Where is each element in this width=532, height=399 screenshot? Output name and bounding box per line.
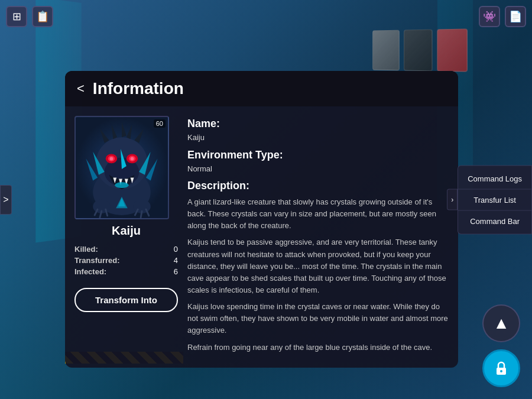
name-field: Name: Kaiju [187, 116, 449, 144]
command-logs-button[interactable]: Command Logs [458, 169, 531, 187]
bg-card-3 [437, 28, 467, 72]
description-column: Name: Kaiju Environment Type: Normal Des… [187, 116, 449, 358]
infected-label: Infected: [74, 267, 106, 276]
home-button[interactable]: ⊞ [6, 6, 27, 27]
command-bar-button[interactable]: Command Bar [458, 212, 531, 230]
killed-stat: Killed: 0 [74, 245, 178, 254]
right-menu-collapse-arrow[interactable]: › [447, 189, 458, 210]
panel-body: 60 Kaiju Killed: 0 Transfurred: 4 Infect… [65, 106, 458, 368]
panel-header: < Information [65, 71, 458, 106]
right-side-panel: Command Logs Transfur List Command Bar › [458, 165, 532, 234]
description-para-1: A giant lizard-like creature that slowly… [187, 196, 449, 232]
stats-section: Killed: 0 Transfurred: 4 Infected: 6 [74, 245, 178, 276]
killed-value: 0 [174, 245, 178, 254]
description-field-label: Description: [187, 178, 449, 194]
lock-button[interactable] [482, 349, 520, 387]
transfurred-value: 4 [174, 256, 178, 265]
svg-point-18 [110, 157, 113, 160]
bottom-controls: ▲ [482, 304, 520, 387]
settings-button[interactable]: 📄 [505, 6, 526, 27]
infected-stat: Infected: 6 [74, 267, 178, 276]
creature-name-display: Kaiju [74, 224, 178, 238]
image-overlay-number: 60 [154, 119, 166, 128]
environment-field-value: Normal [187, 163, 449, 175]
panel-title: Information [93, 79, 184, 98]
right-menu: Command Logs Transfur List Command Bar [458, 165, 532, 234]
top-right-icons: 👾 📄 [479, 6, 526, 27]
info-panel: < Information [65, 71, 458, 368]
menu-divider-1 [458, 189, 531, 189]
menu-divider-2 [458, 210, 531, 210]
background-cards [372, 28, 468, 72]
kaiju-illustration [76, 117, 168, 218]
back-button[interactable]: < [77, 81, 85, 96]
character-button[interactable]: 👾 [479, 6, 500, 27]
environment-field: Environment Type: Normal [187, 147, 449, 175]
killed-label: Killed: [74, 245, 98, 254]
infected-value: 6 [174, 267, 178, 276]
description-field: Description: [187, 178, 449, 194]
transfurred-stat: Transfurred: 4 [74, 256, 178, 265]
left-arrow-tab[interactable]: > [0, 185, 12, 215]
creature-image: 60 [74, 116, 169, 219]
transform-into-button[interactable]: Transform Into [74, 288, 178, 312]
transfurred-label: Transfurred: [74, 256, 120, 265]
clipboard-button[interactable]: 📋 [32, 6, 53, 27]
name-field-label: Name: [187, 116, 449, 132]
svg-point-24 [115, 182, 128, 188]
transfur-list-button[interactable]: Transfur List [458, 190, 531, 209]
name-field-value: Kaiju [187, 132, 449, 144]
description-para-2: Kaijus tend to be passive aggressive, an… [187, 236, 449, 296]
svg-point-19 [131, 157, 134, 160]
creature-column: 60 Kaiju Killed: 0 Transfurred: 4 Infect… [74, 116, 178, 358]
up-arrow-icon: ▲ [493, 314, 510, 333]
description-para-3: Kaijus love spending time in the crystal… [187, 301, 449, 336]
environment-field-label: Environment Type: [187, 147, 449, 163]
top-left-icons: ⊞ 📋 [6, 6, 53, 27]
bg-card-2 [404, 30, 432, 72]
description-para-4: Refrain from going near any of the large… [187, 342, 449, 353]
svg-line-33 [141, 211, 142, 218]
svg-point-36 [500, 370, 502, 372]
up-arrow-button[interactable]: ▲ [482, 304, 520, 342]
bg-card-1 [372, 30, 400, 71]
lock-icon [492, 359, 510, 377]
